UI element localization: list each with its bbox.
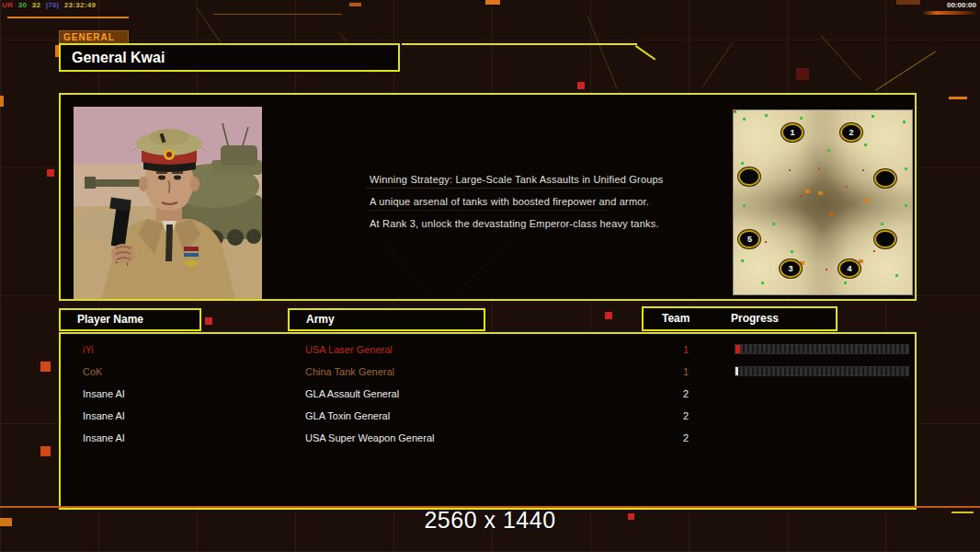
map-detail-dots [734,110,735,112]
decor-diagonal [875,52,936,91]
player-name: iYi [83,339,94,361]
decor-diagonal [587,17,618,89]
player-row: Insane AI GLA Toxin General 2 [61,405,915,427]
decor-square [485,0,500,5]
strategy-line: A unique arsenal of tanks with boosted f… [370,196,664,208]
player-army: GLA Toxin General [305,405,390,427]
general-info-panel: Winning Strategy: Large-Scale Tank Assau… [59,93,917,301]
decor-square [952,512,974,513]
general-portrait [74,107,262,299]
decor-diagonal [382,242,434,294]
decor-square [605,312,612,319]
player-team: 2 [675,383,697,405]
spot-number: 4 [848,264,852,273]
spot-number: 3 [789,264,793,273]
header-army: Army [288,308,485,331]
player-progress-bar [735,344,909,354]
debug-overlay: UR 30 32 |70| 23:32:49 [2,1,98,9]
decor-square [896,0,920,5]
spot-number: 2 [849,128,854,137]
decor-diagonal [196,7,222,44]
header-team-progress: Team Progress [642,306,838,331]
decor-square [205,317,212,325]
map-structures [805,190,810,193]
decor-line [402,43,637,45]
strategy-text: Winning Strategy: Large-Scale Tank Assau… [370,174,664,240]
map-start-spot [738,167,760,186]
decor-diagonal [702,42,733,87]
header-label: Army [306,310,335,329]
header-label: Progress [731,308,779,329]
general-name-box: General Kwai [59,43,400,72]
loading-screen: UR 30 32 |70| 23:32:49 00:00:00 GENERAL … [0,0,980,552]
decor-line [213,14,342,15]
debug-segment: 32 [32,1,41,9]
decor-square [796,68,809,80]
spot-number: 5 [747,235,752,244]
header-label: Player Name [77,310,143,329]
resolution-label: 2560 x 1440 [424,507,555,534]
player-team: 2 [675,427,697,449]
map-start-spot [874,169,896,188]
player-table: iYi USA Laser General 1 CoK China Tank G… [59,332,917,510]
decor-square [0,518,12,526]
progress-fill [735,345,740,353]
strategy-line: Winning Strategy: Large-Scale Tank Assau… [370,174,664,186]
player-row: CoK China Tank General 1 [61,361,915,383]
spot-number: 1 [791,128,795,137]
debug-segment: 30 [18,1,28,9]
player-team: 2 [675,405,697,427]
debug-segment: UR [2,1,13,9]
player-team: 1 [675,339,697,361]
tab-general: GENERAL [59,30,129,44]
player-army: USA Laser General [305,339,393,361]
player-name: Insane AI [83,427,125,449]
map-start-spot: 5 [738,230,760,248]
map-start-spot: 2 [840,123,862,142]
progress-fill [735,367,738,375]
decor-square [949,97,967,99]
player-name: Insane AI [83,405,125,427]
debug-segment: |70| [46,1,60,9]
player-name: CoK [83,361,102,383]
general-portrait-illustration [74,107,262,299]
strategy-line: At Rank 3, unlock the devastating Empero… [370,218,664,230]
match-timer: 00:00:00 [947,1,976,9]
decor-square [47,169,54,177]
decor-square [40,362,51,372]
timer-bar [923,11,976,15]
player-row: Insane AI USA Super Weapon General 2 [61,427,915,449]
map-start-spot: 1 [781,123,803,142]
player-army: China Tank General [305,361,394,383]
debug-segment: 23:32:49 [64,1,96,9]
map-start-spot: 3 [780,259,802,278]
decor-diagonal [635,45,655,61]
map-preview: 1 2 5 3 4 [733,109,913,295]
decor-diagonal [456,241,508,293]
player-row: Insane AI GLA Assault General 2 [61,383,915,405]
player-progress-bar [735,366,909,376]
map-start-spot: 4 [838,259,860,278]
decor-diagonal [820,35,861,81]
decor-square [349,3,361,6]
map-start-spot [874,230,896,248]
decor-line [7,17,129,18]
header-player-name: Player Name [59,308,201,331]
decor-square [577,82,585,89]
general-name: General Kwai [72,45,165,70]
decor-square [40,446,51,456]
header-label: Team [662,308,689,329]
decor-square [0,96,4,107]
player-name: Insane AI [83,383,125,405]
player-row: iYi USA Laser General 1 [61,339,915,361]
player-team: 1 [675,361,697,383]
player-army: GLA Assault General [305,383,399,405]
player-army: USA Super Weapon General [305,427,434,449]
decor-square [628,513,634,520]
